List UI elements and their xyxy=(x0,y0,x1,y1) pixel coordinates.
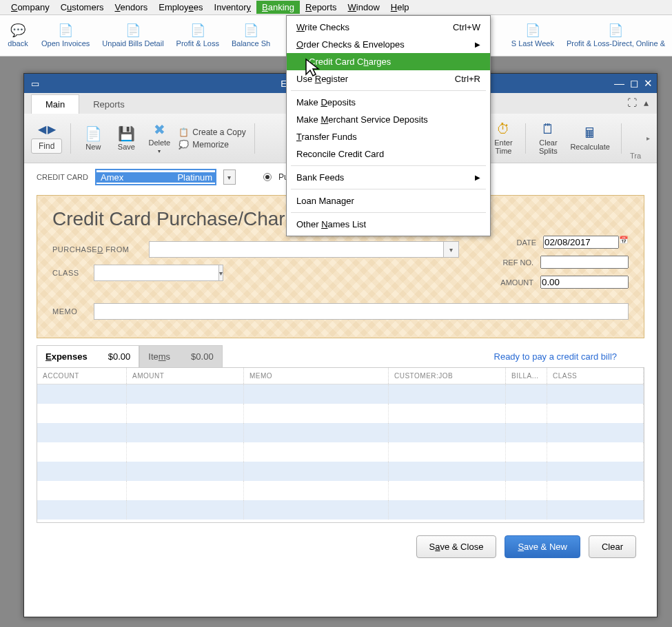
menu-other-names[interactable]: Other Names List xyxy=(287,216,490,233)
tb-profit-loss[interactable]: 📄Profit & Loss xyxy=(172,22,223,49)
tab-expenses[interactable]: Expenses$0.00 xyxy=(37,345,139,367)
menu-loan-manager[interactable]: Loan Manager xyxy=(287,192,490,209)
menu-customers[interactable]: Customers xyxy=(55,1,110,14)
menu-company[interactable]: Company xyxy=(6,1,55,14)
submenu-arrow-icon: ▶ xyxy=(475,174,480,181)
col-amount[interactable]: AMOUNT xyxy=(127,368,244,384)
minimize-icon[interactable]: — xyxy=(614,77,624,90)
menu-window[interactable]: Window xyxy=(343,1,385,14)
tab-items[interactable]: Items$0.00 xyxy=(139,345,222,367)
new-icon: 📄 xyxy=(85,126,102,141)
chat-icon: 💬 xyxy=(10,23,26,37)
lower-tabs: Expenses$0.00 Items$0.00 Ready to pay a … xyxy=(37,345,644,367)
menu-employees[interactable]: Employees xyxy=(153,1,208,14)
ready-to-pay-link[interactable]: Ready to pay a credit card bill? xyxy=(494,351,617,362)
nav-prev-icon[interactable]: ◀ xyxy=(38,123,46,136)
menu-order-checks[interactable]: Order Checks & Envelopes▶ xyxy=(287,36,490,53)
nav-next-icon[interactable]: ▶ xyxy=(48,123,56,136)
menu-use-register[interactable]: Use RegisterCtrl+R xyxy=(287,70,490,88)
create-copy-button[interactable]: 📋Create a Copy xyxy=(179,127,245,137)
tb-last-week[interactable]: 📄S Last Week xyxy=(507,22,558,49)
doc-icon: 📄 xyxy=(58,23,73,37)
menu-reconcile-cc[interactable]: Reconcile Credit Card xyxy=(287,145,490,163)
col-account[interactable]: ACCOUNT xyxy=(37,368,127,384)
table-row xyxy=(37,481,644,500)
ribbon-overflow-label: Tra xyxy=(630,152,641,163)
purchased-from-label: PURCHASED FROM xyxy=(52,245,142,254)
table-row xyxy=(37,462,644,481)
col-memo[interactable]: MEMO xyxy=(244,368,389,384)
menu-banking[interactable]: Banking xyxy=(256,1,300,14)
save-new-button[interactable]: Save & New xyxy=(505,535,580,558)
window-doc-icon: ▭ xyxy=(31,79,39,89)
refno-input[interactable] xyxy=(540,256,629,269)
doc-icon: 📄 xyxy=(243,23,258,37)
calendar-icon[interactable]: 📅 xyxy=(619,236,629,249)
save-icon: 💾 xyxy=(118,126,135,141)
doc-icon: 📄 xyxy=(608,23,623,37)
memo-input[interactable] xyxy=(94,303,629,320)
grid-body[interactable] xyxy=(37,384,644,522)
save-close-button[interactable]: Save & Close xyxy=(416,535,497,558)
credit-card-label: CREDIT CARD xyxy=(37,173,88,181)
menu-write-checks[interactable]: Write ChecksCtrl+W xyxy=(287,19,490,36)
new-button[interactable]: 📄New xyxy=(79,125,107,152)
menu-transfer-funds[interactable]: Transfer Funds xyxy=(287,128,490,145)
submenu-arrow-icon: ▶ xyxy=(475,41,480,48)
purchased-from-dropdown-icon[interactable]: ▾ xyxy=(444,241,459,258)
class-label: CLASS xyxy=(52,269,87,277)
date-label: DATE xyxy=(516,238,536,247)
tb-open-invoices[interactable]: 📄Open Invoices xyxy=(37,22,94,49)
credit-card-dropdown-icon[interactable]: ▾ xyxy=(223,169,236,185)
banking-dropdown: Write ChecksCtrl+W Order Checks & Envelo… xyxy=(286,15,491,236)
table-row xyxy=(37,442,644,462)
find-button[interactable]: Find xyxy=(31,138,62,154)
bottom-buttons: Save & Close Save & New Clear xyxy=(24,523,657,571)
tb-profit-loss-direct[interactable]: 📄Profit & Loss-Direct, Online & xyxy=(562,22,669,49)
close-icon[interactable]: ✕ xyxy=(644,77,653,90)
tb-balance-sheet[interactable]: 📄Balance Sh xyxy=(227,22,274,49)
save-button[interactable]: 💾Save xyxy=(112,125,140,152)
clear-button[interactable]: Clear xyxy=(589,535,636,558)
clear-splits-button[interactable]: 🗒Clear Splits xyxy=(534,121,562,156)
purchased-from-input[interactable] xyxy=(149,241,444,258)
enter-time-button[interactable]: ⏱Enter Time xyxy=(489,121,517,156)
ribbon-overflow-icon[interactable]: ▸ xyxy=(646,134,650,142)
tb-unpaid-bills[interactable]: 📄Unpaid Bills Detail xyxy=(98,22,167,49)
tab-reports[interactable]: Reports xyxy=(79,95,139,114)
class-input[interactable] xyxy=(94,265,219,281)
maximize-icon[interactable]: ◻ xyxy=(630,77,638,90)
menu-help[interactable]: Help xyxy=(385,1,415,14)
col-billable[interactable]: BILLA... xyxy=(506,368,547,384)
class-dropdown-icon[interactable]: ▾ xyxy=(219,265,223,281)
expand-icon[interactable]: ⛶ xyxy=(627,97,637,108)
col-class[interactable]: CLASS xyxy=(547,368,644,384)
amount-input[interactable] xyxy=(540,276,629,289)
delete-button[interactable]: ✖Delete▾ xyxy=(145,121,173,156)
menu-bank-feeds[interactable]: Bank Feeds▶ xyxy=(287,169,490,186)
doc-icon: 📄 xyxy=(125,23,141,37)
refno-label: REF NO. xyxy=(502,258,533,267)
table-row xyxy=(37,423,644,442)
memorize-button[interactable]: 💭Memorize xyxy=(179,140,245,150)
clear-splits-icon: 🗒 xyxy=(541,122,555,137)
credit-card-select[interactable]: Amex Platinum xyxy=(95,169,216,185)
clock-icon: ⏱ xyxy=(496,122,510,137)
recalculate-button[interactable]: 🖩Recalculate xyxy=(567,125,612,152)
menu-make-merchant-deposits[interactable]: Make Merchant Service Deposits xyxy=(287,111,490,128)
menu-inventory[interactable]: Inventory xyxy=(209,1,256,14)
date-input[interactable] xyxy=(543,236,619,249)
doc-icon: 📄 xyxy=(525,23,540,37)
tab-main[interactable]: Main xyxy=(31,94,79,114)
menu-reports[interactable]: Reports xyxy=(300,1,343,14)
col-customer-job[interactable]: CUSTOMER:JOB xyxy=(389,368,506,384)
chevron-up-icon[interactable]: ▴ xyxy=(644,97,649,108)
tb-feedback[interactable]: 💬dback xyxy=(3,22,33,49)
doc-icon: 📄 xyxy=(190,23,205,37)
menu-enter-cc-charges[interactable]: Credit Card Charges xyxy=(287,53,490,70)
menu-make-deposits[interactable]: Make Deposits xyxy=(287,94,490,111)
calculator-icon: 🖩 xyxy=(583,126,597,141)
table-row xyxy=(37,500,644,520)
purchase-radio[interactable] xyxy=(263,173,272,181)
menu-vendors[interactable]: Vendors xyxy=(110,1,154,14)
